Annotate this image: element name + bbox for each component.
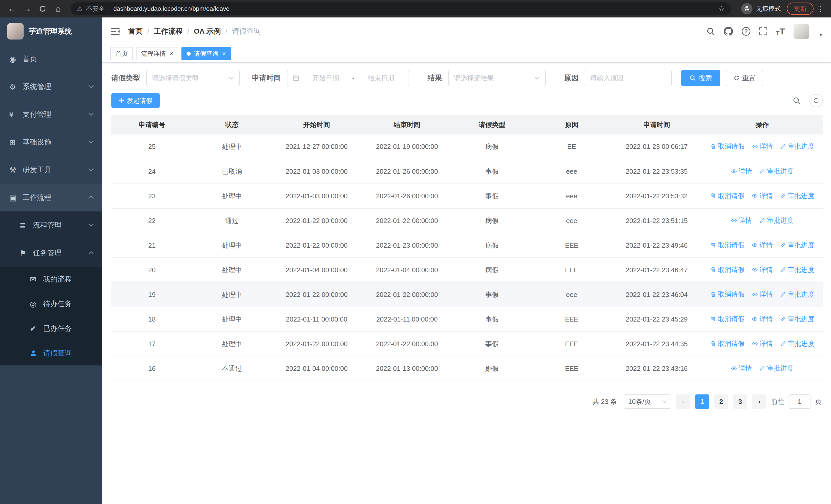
approval-progress-link[interactable]: 审批进度 [780,315,814,324]
sidebar-item-my-processes[interactable]: ✉ 我的流程 [0,267,102,292]
page-button-3[interactable]: 3 [733,394,747,409]
user-avatar[interactable] [794,24,809,39]
font-size-icon[interactable] [776,26,785,36]
cancel-leave-link[interactable]: 取消请假 [710,191,745,200]
cell-applied: 2022-01-22 23:46:47 [611,258,702,282]
leave-type-select[interactable]: 请选择请假类型 [146,70,240,86]
search-icon[interactable] [706,27,715,36]
sidebar-item-process-management[interactable]: ≣ 流程管理 [0,211,102,239]
breadcrumb-item[interactable]: 工作流程 [154,26,183,36]
sidebar: 芋道管理系统 ◉ 首页 ⚙ 系统管理 ¥ 支付管理 ⊞ 基础设施 ⚒ 研发工具 … [0,18,102,504]
refresh-table-icon[interactable] [809,94,823,107]
sidebar-item-system[interactable]: ⚙ 系统管理 [0,73,102,100]
fullscreen-icon[interactable] [759,27,767,35]
cell-status: 处理中 [193,307,271,331]
address-bar[interactable]: ⚠ 不安全 | dashboard.yudao.iocoder.cn/bpm/o… [71,2,731,15]
apply-time-range-picker[interactable]: 开始日期 - 结束日期 [287,70,409,86]
action-label: 取消请假 [718,265,745,274]
breadcrumb-item[interactable]: OA 示例 [194,26,221,36]
column-header: 请假类型 [452,115,532,135]
approval-progress-link[interactable]: 审批进度 [780,191,814,200]
detail-link[interactable]: 详情 [752,191,773,200]
back-icon[interactable]: ← [5,2,19,16]
sidebar-collapse-icon[interactable] [110,27,120,35]
cancel-leave-link[interactable]: 取消请假 [710,241,745,250]
page-button-1[interactable]: 1 [695,394,709,409]
approval-progress-link[interactable]: 审批进度 [759,364,794,373]
cell-start: 2022-01-03 00:00:00 [271,184,362,208]
cell-end: 2022-01-11 00:00:00 [362,307,452,331]
sidebar-item-leave-query[interactable]: 请假查询 [0,341,102,365]
sidebar-item-done-tasks[interactable]: ✔ 已办任务 [0,316,102,341]
approval-progress-link[interactable]: 审批进度 [780,290,814,299]
reload-icon[interactable] [36,2,49,16]
next-page-button[interactable]: › [752,394,766,409]
reason-input[interactable] [590,74,666,82]
result-select[interactable]: 请选择流结果 [448,70,546,86]
avatar-caret-icon[interactable]: ▼ [819,33,823,37]
detail-link[interactable]: 详情 [731,216,752,225]
detail-link[interactable]: 详情 [752,290,773,299]
close-icon[interactable]: × [169,50,173,57]
column-header: 操作 [702,115,823,135]
approval-progress-link[interactable]: 审批进度 [780,339,814,348]
sidebar-item-workflow[interactable]: ▣ 工作流程 [0,184,102,211]
cancel-leave-link[interactable]: 取消请假 [710,265,745,274]
approval-progress-link[interactable]: 审批进度 [780,265,814,274]
cell-applied: 2022-01-22 23:46:04 [611,282,702,307]
goto-page-input[interactable] [789,394,810,409]
breadcrumb-separator: / [147,27,149,35]
cancel-leave-link[interactable]: 取消请假 [710,142,745,151]
table-row: 23处理中2022-01-03 00:00:002022-01-26 00:00… [111,184,823,208]
cell-applied: 2022-01-22 23:45:29 [611,307,702,331]
detail-link[interactable]: 详情 [752,315,773,324]
cancel-leave-link[interactable]: 取消请假 [710,290,745,299]
search-button[interactable]: 搜索 [681,70,720,86]
cell-id: 24 [111,159,193,184]
github-icon[interactable] [724,27,733,36]
action-label: 详情 [760,265,773,274]
browser-update-button[interactable]: 更新 [787,3,813,15]
sidebar-item-task-management[interactable]: ⚑ 任务管理 [0,239,102,267]
detail-link[interactable]: 详情 [752,265,773,274]
cell-end: 2022-01-26 00:00:00 [362,159,452,184]
sidebar-item-home[interactable]: ◉ 首页 [0,45,102,73]
help-icon[interactable] [742,27,750,36]
cancel-leave-link[interactable]: 取消请假 [710,339,745,348]
bookmark-star-icon[interactable]: ☆ [718,5,725,13]
breadcrumb-item[interactable]: 首页 [128,26,143,36]
detail-link[interactable]: 详情 [731,167,752,176]
create-leave-button[interactable]: 发起请假 [111,93,160,108]
toggle-search-icon[interactable] [790,94,803,107]
prev-page-button[interactable]: ‹ [676,394,690,409]
approval-progress-link[interactable]: 审批进度 [780,241,814,250]
browser-menu-icon[interactable]: ⋮ [815,4,826,13]
sidebar-item-payment[interactable]: ¥ 支付管理 [0,100,102,128]
home-icon[interactable]: ⌂ [51,2,65,16]
approval-progress-link[interactable]: 审批进度 [759,216,794,225]
tab-process-detail[interactable]: 流程详情 × [136,47,178,60]
detail-link[interactable]: 详情 [752,339,773,348]
close-icon[interactable]: × [222,50,226,57]
tab-home[interactable]: 首页 [110,47,133,60]
cell-applied: 2022-01-22 23:43:16 [611,356,702,381]
detail-link[interactable]: 详情 [752,142,773,151]
cancel-leave-link[interactable]: 取消请假 [710,315,745,324]
page-button-2[interactable]: 2 [714,394,728,409]
detail-link[interactable]: 详情 [731,364,752,373]
url-text[interactable]: dashboard.yudao.iocoder.cn/bpm/oa/leave [113,5,715,12]
approval-progress-link[interactable]: 审批进度 [780,142,814,151]
sidebar-item-devtools[interactable]: ⚒ 研发工具 [0,156,102,184]
action-label: 详情 [739,364,752,373]
sidebar-item-pending-tasks[interactable]: ◎ 待办任务 [0,292,102,316]
approval-progress-link[interactable]: 审批进度 [759,167,794,176]
detail-link[interactable]: 详情 [752,241,773,250]
cell-id: 23 [111,184,193,208]
apply-time-label: 申请时间 [252,73,281,83]
forward-icon[interactable]: → [21,2,34,16]
cell-start: 2022-01-22 00:00:00 [271,208,362,233]
tab-leave-query[interactable]: 请假查询 × [181,47,231,60]
reset-button[interactable]: 重置 [726,70,763,86]
page-size-select[interactable]: 10条/页 [624,394,671,409]
sidebar-item-infrastructure[interactable]: ⊞ 基础设施 [0,128,102,156]
